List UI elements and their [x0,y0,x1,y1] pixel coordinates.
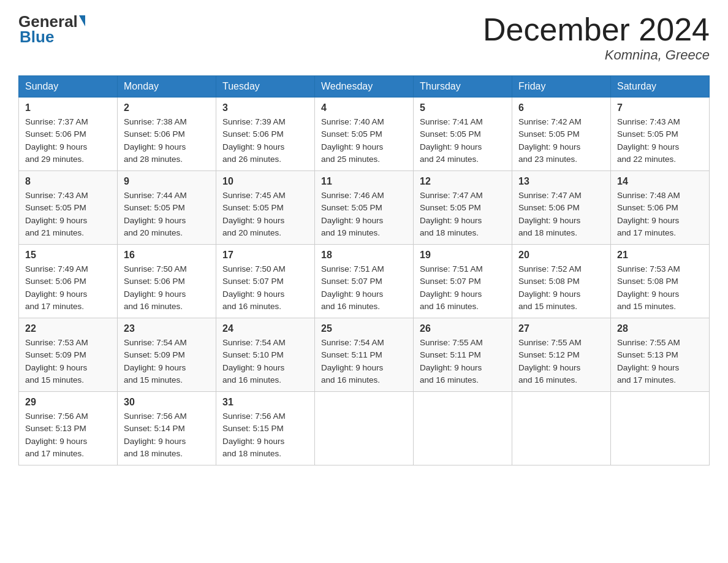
logo-blue-text: Blue [20,28,54,47]
day-info: Sunrise: 7:47 AMSunset: 5:05 PMDaylight:… [420,190,506,239]
day-info: Sunrise: 7:39 AMSunset: 5:06 PMDaylight:… [222,116,308,166]
day-info: Sunrise: 7:47 AMSunset: 5:06 PMDaylight:… [518,190,604,239]
day-info: Sunrise: 7:44 AMSunset: 5:05 PMDaylight:… [124,190,210,239]
calendar-cell: 23Sunrise: 7:54 AMSunset: 5:09 PMDayligh… [118,318,216,392]
day-info: Sunrise: 7:51 AMSunset: 5:07 PMDaylight:… [420,263,506,313]
day-info: Sunrise: 7:56 AMSunset: 5:13 PMDaylight:… [25,410,111,460]
calendar-cell: 25Sunrise: 7:54 AMSunset: 5:11 PMDayligh… [315,318,414,392]
day-info: Sunrise: 7:41 AMSunset: 5:05 PMDaylight:… [420,116,506,166]
calendar-cell: 28Sunrise: 7:55 AMSunset: 5:13 PMDayligh… [611,318,710,392]
day-info: Sunrise: 7:51 AMSunset: 5:07 PMDaylight:… [321,263,407,313]
day-info: Sunrise: 7:56 AMSunset: 5:14 PMDaylight:… [124,410,210,460]
day-info: Sunrise: 7:50 AMSunset: 5:06 PMDaylight:… [124,263,210,313]
day-number: 16 [124,250,210,261]
day-info: Sunrise: 7:55 AMSunset: 5:11 PMDaylight:… [420,337,506,386]
day-number: 26 [420,323,506,334]
day-number: 25 [321,323,407,334]
week-row-4: 22Sunrise: 7:53 AMSunset: 5:09 PMDayligh… [19,318,710,392]
day-number: 6 [518,102,604,113]
calendar-cell: 4Sunrise: 7:40 AMSunset: 5:05 PMDaylight… [315,98,414,171]
week-row-5: 29Sunrise: 7:56 AMSunset: 5:13 PMDayligh… [19,392,710,465]
calendar-cell: 15Sunrise: 7:49 AMSunset: 5:06 PMDayligh… [19,245,118,318]
calendar-cell [611,392,710,465]
day-number: 12 [420,176,506,187]
weekday-header-sunday: Sunday [19,76,118,98]
calendar-cell: 22Sunrise: 7:53 AMSunset: 5:09 PMDayligh… [19,318,118,392]
calendar-cell: 1Sunrise: 7:37 AMSunset: 5:06 PMDaylight… [19,98,118,171]
page-header: General Blue December 2024 Komnina, Gree… [18,12,710,63]
logo: General Blue [18,12,85,47]
weekday-header-tuesday: Tuesday [216,76,315,98]
day-info: Sunrise: 7:54 AMSunset: 5:11 PMDaylight:… [321,337,407,386]
day-number: 15 [25,250,111,261]
logo-triangle-icon [79,15,85,26]
day-number: 11 [321,176,407,187]
calendar-cell: 14Sunrise: 7:48 AMSunset: 5:06 PMDayligh… [611,171,710,245]
day-number: 9 [124,176,210,187]
day-number: 13 [518,176,604,187]
weekday-header-monday: Monday [118,76,216,98]
weekday-header-saturday: Saturday [611,76,710,98]
day-info: Sunrise: 7:53 AMSunset: 5:09 PMDaylight:… [25,337,111,386]
day-number: 28 [617,323,703,334]
day-number: 2 [124,102,210,113]
day-info: Sunrise: 7:38 AMSunset: 5:06 PMDaylight:… [124,116,210,166]
day-info: Sunrise: 7:37 AMSunset: 5:06 PMDaylight:… [25,116,111,166]
day-number: 19 [420,250,506,261]
calendar-cell: 29Sunrise: 7:56 AMSunset: 5:13 PMDayligh… [19,392,118,465]
day-info: Sunrise: 7:43 AMSunset: 5:05 PMDaylight:… [617,116,703,166]
calendar-cell: 10Sunrise: 7:45 AMSunset: 5:05 PMDayligh… [216,171,315,245]
day-info: Sunrise: 7:56 AMSunset: 5:15 PMDaylight:… [222,410,308,460]
weekday-header-friday: Friday [512,76,611,98]
calendar-cell: 31Sunrise: 7:56 AMSunset: 5:15 PMDayligh… [216,392,315,465]
day-info: Sunrise: 7:54 AMSunset: 5:09 PMDaylight:… [124,337,210,386]
weekday-header-row: SundayMondayTuesdayWednesdayThursdayFrid… [19,76,710,98]
month-title: December 2024 [483,12,710,47]
day-info: Sunrise: 7:52 AMSunset: 5:08 PMDaylight:… [518,263,604,313]
calendar-cell [315,392,414,465]
day-number: 17 [222,250,308,261]
calendar-cell: 8Sunrise: 7:43 AMSunset: 5:05 PMDaylight… [19,171,118,245]
calendar-cell [414,392,512,465]
week-row-1: 1Sunrise: 7:37 AMSunset: 5:06 PMDaylight… [19,98,710,171]
day-info: Sunrise: 7:42 AMSunset: 5:05 PMDaylight:… [518,116,604,166]
calendar-cell: 18Sunrise: 7:51 AMSunset: 5:07 PMDayligh… [315,245,414,318]
day-number: 4 [321,102,407,113]
calendar-cell: 17Sunrise: 7:50 AMSunset: 5:07 PMDayligh… [216,245,315,318]
location-subtitle: Komnina, Greece [483,47,710,63]
calendar-cell: 3Sunrise: 7:39 AMSunset: 5:06 PMDaylight… [216,98,315,171]
calendar-cell: 24Sunrise: 7:54 AMSunset: 5:10 PMDayligh… [216,318,315,392]
day-number: 24 [222,323,308,334]
calendar-cell: 2Sunrise: 7:38 AMSunset: 5:06 PMDaylight… [118,98,216,171]
calendar-cell: 13Sunrise: 7:47 AMSunset: 5:06 PMDayligh… [512,171,611,245]
day-info: Sunrise: 7:45 AMSunset: 5:05 PMDaylight:… [222,190,308,239]
calendar-cell: 7Sunrise: 7:43 AMSunset: 5:05 PMDaylight… [611,98,710,171]
day-info: Sunrise: 7:54 AMSunset: 5:10 PMDaylight:… [222,337,308,386]
day-info: Sunrise: 7:43 AMSunset: 5:05 PMDaylight:… [25,190,111,239]
calendar-cell: 26Sunrise: 7:55 AMSunset: 5:11 PMDayligh… [414,318,512,392]
calendar-cell: 5Sunrise: 7:41 AMSunset: 5:05 PMDaylight… [414,98,512,171]
day-info: Sunrise: 7:55 AMSunset: 5:12 PMDaylight:… [518,337,604,386]
day-number: 20 [518,250,604,261]
day-number: 8 [25,176,111,187]
day-info: Sunrise: 7:50 AMSunset: 5:07 PMDaylight:… [222,263,308,313]
day-number: 30 [124,397,210,408]
day-number: 14 [617,176,703,187]
weekday-header-thursday: Thursday [414,76,512,98]
week-row-2: 8Sunrise: 7:43 AMSunset: 5:05 PMDaylight… [19,171,710,245]
calendar-cell: 20Sunrise: 7:52 AMSunset: 5:08 PMDayligh… [512,245,611,318]
day-info: Sunrise: 7:48 AMSunset: 5:06 PMDaylight:… [617,190,703,239]
day-info: Sunrise: 7:49 AMSunset: 5:06 PMDaylight:… [25,263,111,313]
day-number: 1 [25,102,111,113]
day-number: 18 [321,250,407,261]
title-area: December 2024 Komnina, Greece [483,12,710,63]
day-number: 10 [222,176,308,187]
calendar-table: SundayMondayTuesdayWednesdayThursdayFrid… [18,75,710,465]
day-info: Sunrise: 7:55 AMSunset: 5:13 PMDaylight:… [617,337,703,386]
day-info: Sunrise: 7:46 AMSunset: 5:05 PMDaylight:… [321,190,407,239]
calendar-cell [512,392,611,465]
weekday-header-wednesday: Wednesday [315,76,414,98]
calendar-cell: 16Sunrise: 7:50 AMSunset: 5:06 PMDayligh… [118,245,216,318]
day-number: 5 [420,102,506,113]
day-number: 29 [25,397,111,408]
